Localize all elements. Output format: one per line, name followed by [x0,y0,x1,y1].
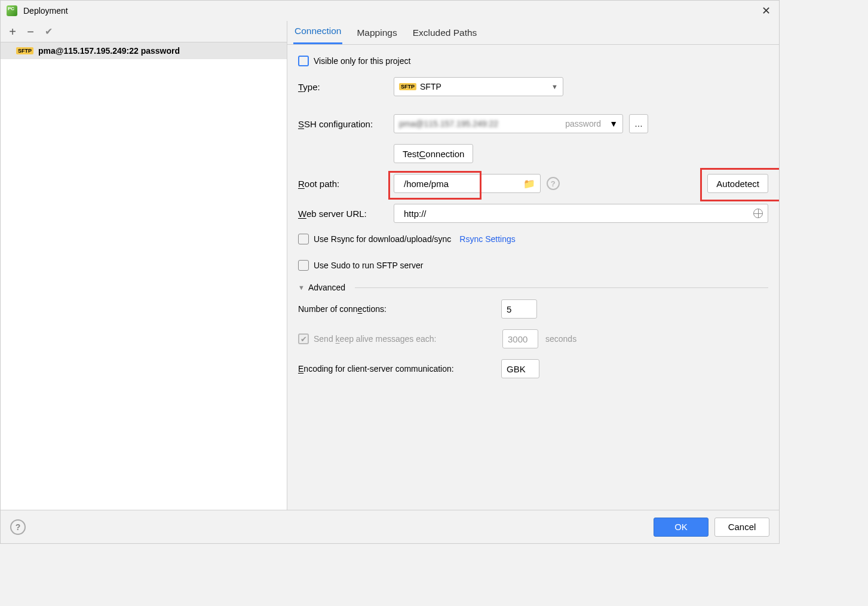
server-name: pma@115.157.195.249:22 password [38,46,180,56]
encoding-label: Encoding for client-server communication… [298,364,501,374]
keepalive-unit: seconds [545,334,576,344]
help-icon[interactable]: ? [547,177,560,190]
test-connection-button[interactable]: Test Connection [394,144,473,163]
add-server-button[interactable] [5,25,20,39]
web-url-label: Web server URL: [298,209,394,219]
sftp-badge-icon: SFTP [16,47,33,54]
cancel-button[interactable]: Cancel [714,518,769,537]
ok-button[interactable]: OK [654,518,708,537]
sudo-checkbox[interactable] [298,260,309,271]
tab-excluded[interactable]: Excluded Paths [412,22,479,44]
server-list-item[interactable]: SFTP pma@115.157.195.249:22 password [1,42,287,59]
ssh-config-browse-button[interactable]: … [629,114,648,133]
connections-label: Number of connections: [298,304,501,314]
folder-icon[interactable]: 📁 [523,178,535,189]
ssh-auth-hint: password [565,119,601,128]
app-icon [7,5,17,16]
root-path-label: Root path: [298,179,394,189]
encoding-input[interactable] [501,359,539,378]
advanced-header: Advanced [308,283,345,292]
remove-server-button[interactable] [23,25,38,39]
keepalive-label: Send keep alive messages each: [314,334,502,344]
visible-only-label: Visible only for this project [314,56,410,66]
rsync-checkbox[interactable] [298,234,309,244]
close-icon[interactable]: ✕ [759,4,773,17]
rsync-label: Use Rsync for download/upload/sync [314,234,451,244]
ssh-host-blurred: pma@115.157.195.249:22 [399,119,565,128]
apply-button[interactable] [41,25,56,39]
visible-only-checkbox[interactable] [298,56,309,66]
keepalive-checkbox: ✔ [298,333,309,344]
ssh-config-select[interactable]: pma@115.157.195.249:22 password ▼ [394,114,623,133]
globe-icon[interactable] [753,209,763,218]
tab-connection[interactable]: Connection [293,20,342,44]
expand-advanced-icon[interactable]: ▼ [298,284,305,291]
keepalive-input [502,329,538,348]
sftp-type-icon: SFTP [399,83,416,90]
type-value: SFTP [420,82,441,91]
type-select[interactable]: SFTP SFTP ▼ [394,77,563,96]
web-url-input[interactable] [399,205,753,222]
root-path-input[interactable] [399,175,523,192]
footer-help-button[interactable]: ? [10,519,26,535]
chevron-down-icon: ▼ [609,119,618,128]
rsync-settings-link[interactable]: Rsync Settings [459,234,515,244]
sudo-label: Use Sudo to run SFTP server [314,261,423,270]
connections-input[interactable] [501,299,537,319]
window-title: Deployment [23,6,68,16]
autodetect-button[interactable]: Autodetect [707,174,768,193]
tab-mappings[interactable]: Mappings [355,22,398,44]
type-label: Type: [298,82,394,92]
ssh-config-label: SSH configuration: [298,119,394,129]
chevron-down-icon: ▼ [551,83,558,90]
